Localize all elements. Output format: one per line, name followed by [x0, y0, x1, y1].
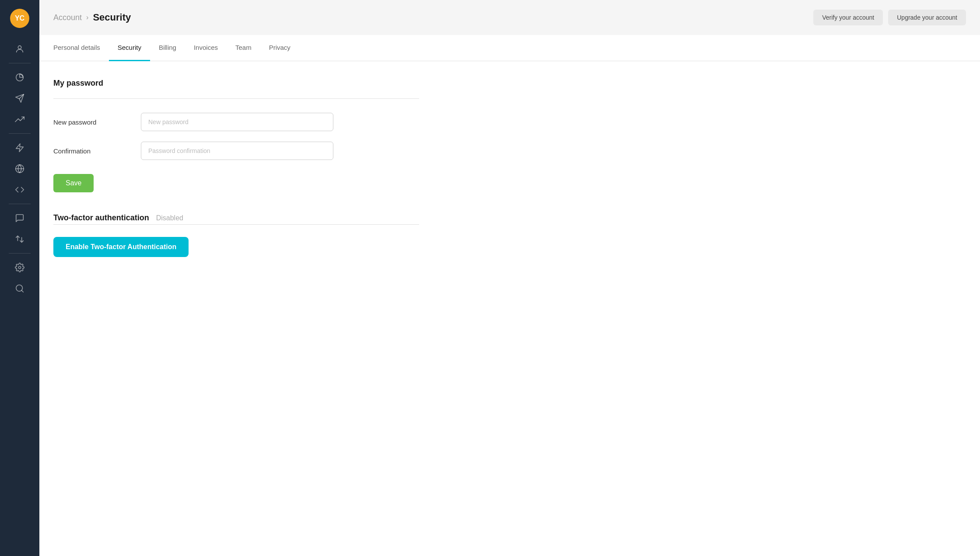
svg-point-0 — [18, 46, 21, 49]
tfa-title-row: Two-factor authentication Disabled — [53, 213, 419, 222]
breadcrumb-current: Security — [93, 12, 131, 23]
tab-privacy[interactable]: Privacy — [260, 35, 299, 61]
confirmation-label: Confirmation — [53, 147, 141, 155]
page-body: My password New password Confirmation Sa… — [39, 61, 433, 275]
tabs-bar: Personal details Security Billing Invoic… — [39, 35, 980, 61]
tfa-divider — [53, 224, 419, 225]
svg-line-7 — [21, 290, 23, 292]
settings-icon[interactable] — [10, 258, 29, 277]
password-section-title: My password — [53, 79, 419, 88]
breadcrumb-separator: › — [86, 14, 88, 21]
breadcrumb-parent[interactable]: Account — [53, 13, 82, 22]
password-section-divider — [53, 98, 419, 99]
upgrade-account-button[interactable]: Upgrade your account — [888, 10, 966, 25]
search-icon[interactable] — [10, 279, 29, 298]
header: Account › Security Verify your account U… — [39, 0, 980, 35]
trending-icon[interactable] — [10, 110, 29, 129]
send-icon[interactable] — [10, 89, 29, 108]
tab-billing[interactable]: Billing — [150, 35, 185, 61]
tab-team[interactable]: Team — [227, 35, 260, 61]
new-password-row: New password — [53, 113, 419, 131]
svg-marker-2 — [16, 144, 24, 152]
sidebar-divider-2 — [9, 133, 31, 134]
verify-account-button[interactable]: Verify your account — [813, 10, 883, 25]
sidebar-divider-4 — [9, 253, 31, 254]
header-actions: Verify your account Upgrade your account — [813, 10, 966, 25]
chat-icon[interactable] — [10, 208, 29, 228]
tab-personal-details[interactable]: Personal details — [53, 35, 109, 61]
avatar[interactable]: YC — [10, 9, 29, 28]
globe-icon[interactable] — [10, 159, 29, 178]
sync-icon[interactable] — [10, 229, 29, 249]
tab-security[interactable]: Security — [109, 35, 150, 61]
sidebar: YC — [0, 0, 39, 556]
new-password-label: New password — [53, 118, 141, 126]
svg-point-5 — [18, 266, 21, 269]
code-icon[interactable] — [10, 180, 29, 199]
sidebar-divider-3 — [9, 204, 31, 204]
user-icon[interactable] — [10, 39, 29, 59]
breadcrumb: Account › Security — [53, 12, 131, 23]
new-password-input[interactable] — [141, 113, 333, 131]
chart-icon[interactable] — [10, 68, 29, 87]
tfa-status: Disabled — [156, 214, 183, 222]
enable-tfa-button[interactable]: Enable Two-factor Authentication — [53, 237, 189, 257]
content-area: Personal details Security Billing Invoic… — [39, 35, 980, 556]
save-button[interactable]: Save — [53, 174, 94, 192]
lightning-icon[interactable] — [10, 138, 29, 157]
tfa-title: Two-factor authentication — [53, 213, 149, 222]
confirmation-row: Confirmation — [53, 142, 419, 160]
confirmation-input[interactable] — [141, 142, 333, 160]
main-area: Account › Security Verify your account U… — [39, 0, 980, 556]
tab-invoices[interactable]: Invoices — [185, 35, 227, 61]
sidebar-divider-1 — [9, 63, 31, 63]
